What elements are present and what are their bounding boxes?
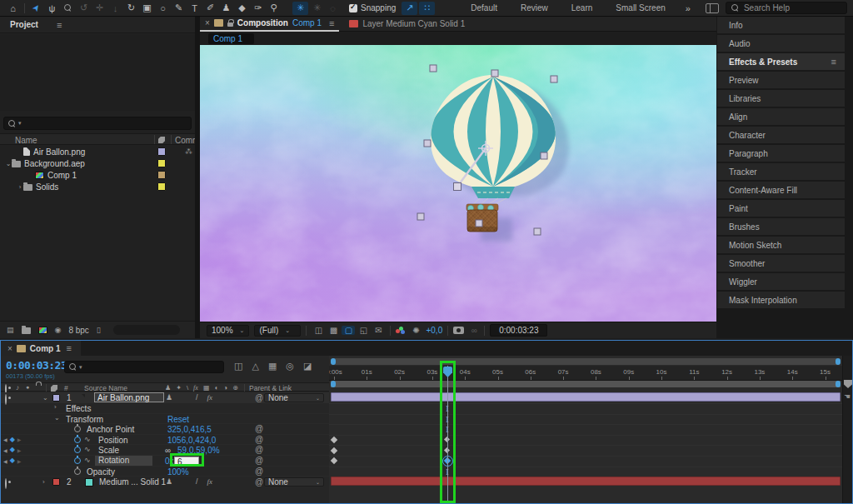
parent-pickwhip-icon[interactable]: @ [255,477,263,487]
viewer-menu-icon[interactable]: ≡ [329,18,334,28]
shape-dim-tool[interactable]: ✳ [309,1,325,16]
property-pickwhip-icon[interactable]: @ [255,424,263,433]
panel-tab-paint[interactable]: Paint [717,200,845,217]
stopwatch-icon-active[interactable] [74,457,81,464]
switch-column-icon[interactable]: \ [187,384,188,392]
layer-row-2[interactable]: › 2 Medium ... Solid 1 ♟ / fx @ None⌄ [1,477,329,487]
panel-tab-align[interactable]: Align [717,108,845,125]
rotation-tool[interactable]: ↻ [123,1,139,16]
switch-column-icon[interactable]: ⊕ [232,384,238,392]
work-area-bar[interactable] [331,381,841,387]
property-pickwhip-icon[interactable]: @ [255,435,263,444]
label-color-chip[interactable] [157,182,166,191]
item-name[interactable]: Background.aep [24,159,85,168]
keyframe-position-0[interactable] [331,437,337,443]
panel-tab-motion-sketch[interactable]: Motion Sketch [717,237,845,253]
snapping-checkbox[interactable] [349,4,357,12]
graph-editor-icon[interactable]: ◪ [303,361,312,372]
breadcrumb[interactable]: Comp 1 [208,33,254,44]
switch-column-icon[interactable]: ✦ [176,384,182,392]
stopwatch-icon-active[interactable] [74,437,81,443]
comp-button-icon[interactable]: ☚ [844,392,851,401]
workspace-review[interactable]: Review [509,0,560,17]
label-color-chip[interactable] [157,147,166,156]
panel-tab-smoother[interactable]: Smoother [717,255,845,272]
property-pickwhip-icon[interactable]: @ [255,467,263,476]
property-name-selected[interactable]: Rotation [95,456,152,466]
expand-layer-icon[interactable]: › [42,478,45,486]
channel-color-icon[interactable] [396,327,406,335]
panel-tab-audio[interactable]: Audio [717,35,845,52]
parent-link-column[interactable]: Parent & Link [249,384,292,392]
lasso-tool[interactable]: ◌ [325,1,341,16]
layer-row-1[interactable]: ⌄ 1 Air Ballon.png ♟ / fx @ None⌄ [1,392,329,403]
keyframe-rotation-0[interactable] [331,457,337,464]
exposure-aperture-icon[interactable]: ✺ [411,326,421,335]
dolly-camera-tool[interactable]: ↓ [107,1,123,16]
orbit-camera-tool[interactable]: ↺ [76,1,92,16]
draft-3d-icon[interactable]: △ [252,361,258,372]
layer-name[interactable]: Medium ... Solid 1 [99,477,166,487]
snap-node-icon[interactable]: ↗ [402,2,417,15]
fx-badge[interactable]: fx [207,477,213,486]
property-pickwhip-icon[interactable]: @ [255,456,263,465]
collapse-group-icon[interactable]: ⌄ [54,414,60,422]
property-group-name[interactable]: Transform [66,415,103,424]
property-value[interactable]: 325,0,416,5 [167,425,212,434]
bit-depth-label[interactable]: 8 bpc [68,326,88,335]
label-column-tag-icon[interactable] [51,385,57,392]
layer2-duration-bar[interactable] [331,477,841,486]
panel-tab-paragraph[interactable]: Paragraph [717,145,845,162]
twirl-icon[interactable]: › [17,183,23,191]
composition-tab[interactable]: × Composition Comp 1 ≡ [200,17,339,32]
eraser-tool[interactable]: ◆ [234,1,250,16]
expand-group-icon[interactable]: › [54,403,57,411]
quality-switch[interactable]: / [196,477,198,486]
solo-column-icon[interactable]: ● [26,384,29,390]
snap-grid-icon[interactable]: ∷ [419,2,435,15]
interpret-footage-icon[interactable]: ▤ [7,326,14,334]
close-tab-icon[interactable]: × [205,18,210,27]
layer-number-column[interactable]: # [64,384,68,392]
keyframe-navigator[interactable]: ◀◆▶ [3,457,21,464]
label-color-chip[interactable] [157,171,166,179]
project-panel-title[interactable]: Project [10,20,38,29]
roto-brush-tool[interactable]: ✑ [250,1,266,16]
timeline-menu-icon[interactable]: ≡ [67,343,72,353]
twirl-icon[interactable]: ⌄ [5,160,12,167]
panel-tab-effects-presets[interactable]: Effects & Presets≡ [717,53,845,70]
item-name[interactable]: Solids [36,182,58,192]
frame-blend-icon[interactable]: ▦ [268,361,277,372]
property-name[interactable]: Anchor Point [87,425,134,434]
workspace-default[interactable]: Default [459,0,509,17]
stopwatch-icon[interactable] [74,426,81,432]
project-item-folder[interactable]: ›Solids [0,181,195,192]
panel-tab-tracker[interactable]: Tracker [717,163,845,180]
composition-canvas[interactable] [200,45,716,322]
panel-tab-content-aware-fill[interactable]: Content-Aware Fill [717,182,845,198]
panel-tab-info[interactable]: Info [717,17,845,33]
switch-column-icon[interactable]: ▦ [203,384,210,392]
panel-tab-brushes[interactable]: Brushes [717,218,845,235]
puppet-pin-tool[interactable]: ⚲ [266,1,282,16]
parent-select[interactable]: None⌄ [264,393,324,402]
magnification-select[interactable]: 100%⌄ [207,325,249,337]
property-value[interactable]: 100% [167,467,189,477]
reset-link[interactable]: Reset [167,415,189,424]
switch-column-icon[interactable]: ◑ [223,384,227,392]
fx-badge[interactable]: fx [207,393,213,402]
region-of-interest-icon[interactable]: ◱ [357,326,370,335]
effects-group-row[interactable]: › Effects [1,403,329,414]
opacity-row[interactable]: Opacity 100% @ [1,467,329,477]
property-name[interactable]: Scale [98,446,119,455]
motion-blur-icon[interactable]: ◎ [286,361,294,372]
clone-stamp-tool[interactable]: ♟ [218,1,234,16]
time-ruler[interactable]: 0:00s01s02s03s04s05s06s07s08s09s10s11s12… [329,366,842,381]
switch-column-icon[interactable]: ♟ [165,384,171,392]
project-item-comp[interactable]: Comp 1 [0,169,195,181]
home-tool[interactable]: ⌂ [5,1,21,16]
shape-tool[interactable]: ○ [155,1,171,16]
comp-flowchart-icon[interactable]: ◫ [234,361,242,372]
pan-behind-tool[interactable]: ▣ [139,1,155,16]
panel-tab-wiggler[interactable]: Wiggler [717,273,845,290]
